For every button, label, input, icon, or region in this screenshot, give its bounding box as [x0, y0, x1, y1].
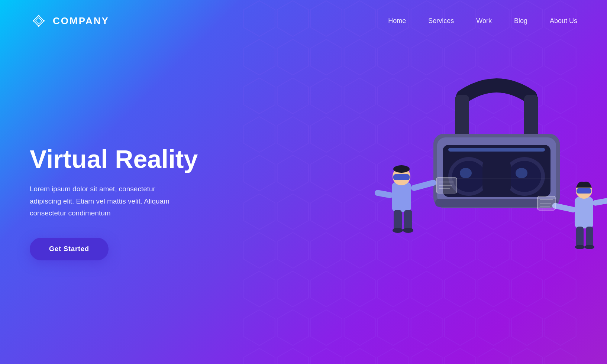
hero-section: COMPANY Home Services Work Blog About Us… — [0, 0, 607, 364]
nav-about[interactable]: About Us — [550, 17, 577, 25]
logo-link[interactable]: COMPANY — [30, 12, 109, 30]
hero-description: Lorem ipsum dolor sit amet, consectetur … — [30, 183, 186, 219]
text-section: Virtual Reality Lorem ipsum dolor sit am… — [30, 145, 198, 261]
svg-point-7 — [43, 20, 45, 22]
svg-point-6 — [33, 20, 34, 22]
main-content: Virtual Reality Lorem ipsum dolor sit am… — [0, 42, 607, 364]
logo-text: COMPANY — [53, 15, 109, 27]
logo-icon — [30, 12, 48, 30]
nav-links: Home Services Work Blog About Us — [388, 17, 577, 25]
svg-rect-2 — [33, 16, 44, 26]
svg-point-4 — [38, 15, 39, 16]
svg-point-5 — [38, 25, 39, 27]
nav-services[interactable]: Services — [428, 17, 454, 25]
nav-blog[interactable]: Blog — [514, 17, 527, 25]
navbar: COMPANY Home Services Work Blog About Us — [0, 0, 607, 42]
get-started-button[interactable]: Get Started — [30, 238, 109, 260]
nav-work[interactable]: Work — [476, 17, 492, 25]
svg-rect-3 — [36, 18, 42, 24]
hero-title: Virtual Reality — [30, 145, 198, 173]
nav-home[interactable]: Home — [388, 17, 406, 25]
